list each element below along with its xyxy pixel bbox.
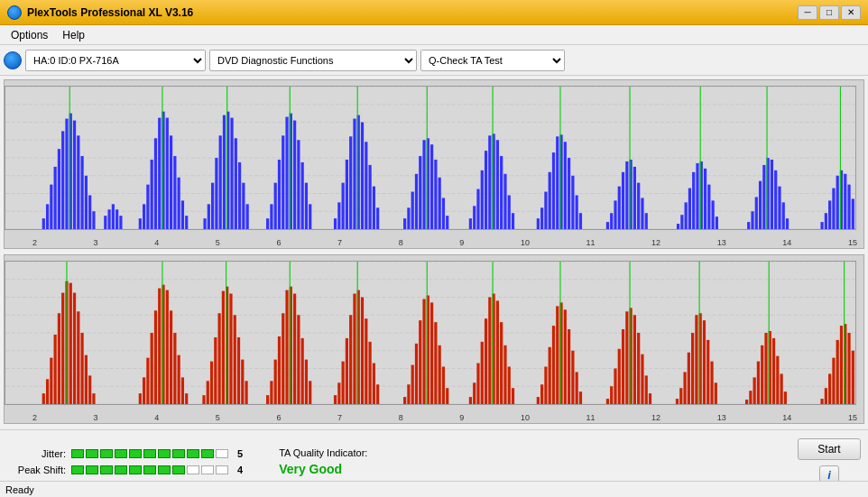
svg-rect-73 <box>346 160 348 229</box>
start-button[interactable]: Start <box>798 438 861 460</box>
blue-chart <box>4 79 864 249</box>
svg-rect-32 <box>146 185 149 229</box>
svg-rect-220 <box>226 262 226 404</box>
svg-rect-125 <box>618 187 621 229</box>
svg-rect-21 <box>85 176 88 229</box>
svg-rect-91 <box>434 160 437 229</box>
svg-rect-290 <box>622 329 624 404</box>
svg-rect-256 <box>439 345 441 404</box>
drive-select[interactable]: HA:0 ID:0 PX-716A <box>25 50 206 71</box>
svg-rect-83 <box>403 218 406 229</box>
svg-rect-38 <box>170 135 172 229</box>
svg-rect-104 <box>500 156 503 229</box>
svg-rect-87 <box>419 156 421 229</box>
svg-rect-318 <box>772 338 775 404</box>
svg-rect-213 <box>222 291 225 404</box>
svg-rect-283 <box>576 372 578 404</box>
maximize-button[interactable]: □ <box>819 5 839 20</box>
ps-bar-8 <box>172 465 185 474</box>
test-select[interactable]: Q-Check TA Test <box>420 50 565 71</box>
svg-rect-260 <box>469 397 472 404</box>
svg-rect-239 <box>353 294 356 404</box>
svg-rect-166 <box>852 198 854 229</box>
peakshift-row: Peak Shift: 4 <box>7 465 243 475</box>
svg-rect-22 <box>88 195 91 229</box>
svg-rect-180 <box>46 379 49 404</box>
svg-rect-61 <box>282 135 284 229</box>
svg-rect-138 <box>692 172 695 229</box>
svg-rect-33 <box>151 160 153 229</box>
svg-rect-254 <box>430 302 433 404</box>
svg-rect-233 <box>290 262 291 404</box>
svg-rect-248 <box>407 384 410 404</box>
svg-rect-312 <box>749 391 752 404</box>
svg-rect-156 <box>786 218 789 229</box>
svg-rect-120 <box>579 213 582 229</box>
ps-bar-4 <box>115 465 127 474</box>
svg-rect-97 <box>473 206 476 229</box>
svg-rect-10 <box>42 218 45 229</box>
svg-rect-285 <box>559 262 560 404</box>
svg-rect-212 <box>218 313 221 404</box>
svg-rect-284 <box>579 391 582 404</box>
svg-rect-259 <box>427 262 428 404</box>
svg-rect-311 <box>745 400 748 404</box>
svg-rect-197 <box>151 333 153 404</box>
ta-quality-section: TA Quality Indicator: Very Good <box>279 447 367 476</box>
svg-rect-41 <box>181 200 184 229</box>
svg-rect-62 <box>285 117 288 229</box>
svg-rect-51 <box>230 118 233 229</box>
close-button[interactable]: ✕ <box>841 5 861 20</box>
app-title: PlexTools Professional XL V3.16 <box>27 6 193 19</box>
metrics-section: Jitter: 5 Peak Shift: <box>7 448 243 475</box>
svg-rect-183 <box>58 313 60 404</box>
svg-rect-148 <box>755 197 758 229</box>
svg-rect-235 <box>337 382 340 404</box>
svg-rect-257 <box>442 367 445 404</box>
svg-rect-123 <box>610 213 613 229</box>
svg-rect-263 <box>481 342 484 404</box>
svg-rect-127 <box>625 161 628 229</box>
svg-rect-56 <box>226 87 227 229</box>
svg-rect-162 <box>836 176 839 229</box>
ps-bar-7 <box>158 465 171 474</box>
svg-rect-192 <box>92 393 95 404</box>
function-select[interactable]: DVD Diagnostic Functions <box>209 50 417 71</box>
menu-help[interactable]: Help <box>55 27 92 43</box>
svg-rect-145 <box>700 87 701 229</box>
svg-rect-294 <box>637 333 640 404</box>
svg-rect-182 <box>54 335 57 404</box>
svg-rect-130 <box>637 183 640 229</box>
jitter-bar-11 <box>216 449 228 458</box>
menu-options[interactable]: Options <box>4 27 55 43</box>
svg-rect-238 <box>349 315 352 404</box>
svg-rect-19 <box>77 135 79 229</box>
svg-rect-234 <box>334 395 337 404</box>
svg-rect-159 <box>825 213 827 229</box>
svg-rect-330 <box>847 333 850 404</box>
svg-rect-133 <box>630 87 631 229</box>
svg-rect-12 <box>50 185 52 229</box>
svg-rect-243 <box>368 342 371 404</box>
svg-rect-211 <box>214 337 217 404</box>
toolbar: HA:0 ID:0 PX-716A DVD Diagnostic Functio… <box>0 45 868 76</box>
svg-rect-286 <box>606 399 609 404</box>
svg-rect-137 <box>688 189 691 229</box>
svg-rect-47 <box>215 158 217 229</box>
svg-rect-107 <box>512 213 514 229</box>
svg-rect-149 <box>759 181 762 229</box>
svg-rect-124 <box>614 200 616 229</box>
ps-bar-3 <box>100 465 113 474</box>
svg-rect-16 <box>65 119 68 229</box>
svg-rect-131 <box>641 198 643 229</box>
svg-rect-241 <box>361 298 364 405</box>
svg-rect-136 <box>685 202 688 229</box>
svg-rect-112 <box>549 172 551 229</box>
svg-rect-135 <box>680 215 683 229</box>
svg-rect-187 <box>73 293 76 404</box>
svg-rect-31 <box>143 204 145 229</box>
svg-rect-141 <box>704 169 706 229</box>
svg-rect-78 <box>365 142 367 229</box>
blue-x-axis: 2 3 4 5 6 7 8 9 10 11 12 13 14 15 <box>32 238 857 247</box>
minimize-button[interactable]: ─ <box>798 5 817 20</box>
